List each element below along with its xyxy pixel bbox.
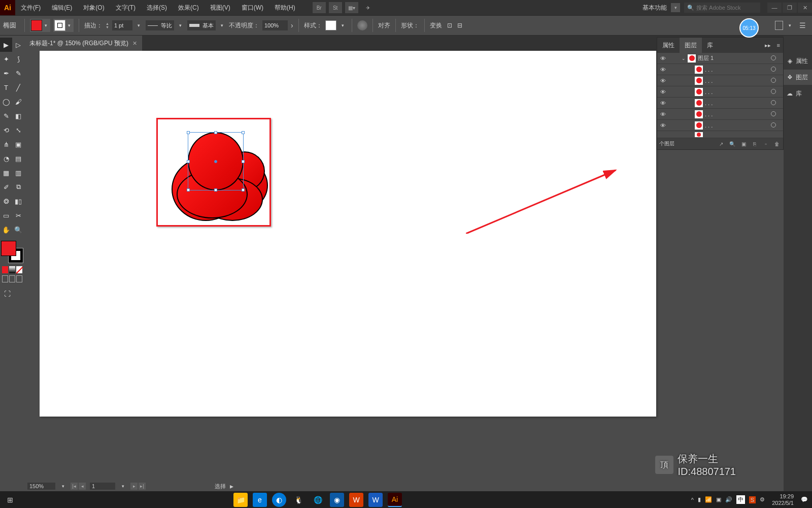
draw-inside-icon[interactable]	[16, 275, 22, 282]
visibility-toggle-icon[interactable]: 👁	[657, 78, 668, 84]
explorer-icon[interactable]: 📁	[233, 493, 248, 507]
workspace-switcher[interactable]: 基本功能	[638, 4, 671, 12]
recolor-icon[interactable]	[357, 20, 367, 30]
tab-library[interactable]: 库	[702, 38, 718, 53]
stroke-weight-input[interactable]: 1 pt	[112, 20, 132, 30]
layer-row-item[interactable]	[657, 131, 783, 138]
browser-icon[interactable]: ◐	[272, 493, 286, 507]
chrome-icon[interactable]: 🌐	[311, 493, 325, 507]
next-page-icon[interactable]: ▸	[130, 483, 138, 490]
bridge-icon[interactable]: Br	[313, 2, 326, 13]
symbol-tool[interactable]: ❂	[0, 194, 12, 208]
selection-tool[interactable]: ▶	[0, 38, 12, 52]
ime-indicator[interactable]: 中	[736, 495, 745, 504]
tab-properties[interactable]: 属性	[657, 38, 680, 53]
opacity-input[interactable]: 100%	[262, 20, 288, 30]
eyedropper-tool[interactable]: ✐	[0, 180, 12, 194]
lasso-tool[interactable]: ⟆	[12, 52, 24, 66]
minimize-icon[interactable]: —	[767, 3, 782, 13]
prev-page-icon[interactable]: ◂	[79, 483, 86, 490]
brush-tool[interactable]: 🖌	[12, 94, 24, 109]
blend-tool[interactable]: ⧉	[12, 180, 24, 194]
panel-menu-icon[interactable]: ☰	[799, 21, 806, 29]
rotate-tool[interactable]: ⟲	[0, 123, 12, 137]
stock-icon[interactable]: St	[329, 2, 342, 13]
align-label[interactable]: 对齐	[378, 21, 390, 30]
status-more-icon[interactable]: ▸	[230, 482, 233, 490]
battery-icon[interactable]: ▮	[698, 496, 701, 503]
visibility-toggle-icon[interactable]: 👁	[657, 111, 668, 117]
menu-edit[interactable]: 编辑(E)	[46, 0, 78, 15]
find-layer-icon[interactable]: 🔍	[728, 140, 736, 148]
visibility-toggle-icon[interactable]: 👁	[657, 122, 668, 129]
chevron-down-icon[interactable]: ▾	[136, 23, 143, 28]
first-page-icon[interactable]: |◂	[71, 483, 78, 490]
panel-collapse-icon[interactable]: ▸▸	[762, 42, 774, 49]
panel-menu-icon[interactable]: ≡	[774, 42, 783, 48]
stroke-swatch[interactable]: ▾	[53, 19, 74, 32]
isolate-icon[interactable]: ⊡	[447, 22, 452, 29]
zoom-input[interactable]: 150%	[27, 483, 55, 490]
gpu-icon[interactable]: ✈	[361, 2, 375, 13]
layer-row-item[interactable]: 👁. . .	[657, 75, 783, 86]
none-mode-icon[interactable]	[16, 266, 22, 273]
notifications-icon[interactable]: 💬	[801, 496, 808, 503]
slice-tool[interactable]: ✂	[12, 208, 24, 223]
new-sublayer-icon[interactable]: ⎘	[751, 140, 759, 148]
gradient-tool[interactable]: ▥	[12, 166, 24, 180]
layer-row-item[interactable]: 👁. . .	[657, 120, 783, 131]
wifi-icon[interactable]: 📶	[705, 496, 712, 503]
layer-row-parent[interactable]: 👁 ⌄ 图层 1	[657, 53, 783, 64]
word-icon[interactable]: W	[368, 493, 383, 507]
document-tab[interactable]: 未标题-1* @ 150% (RGB/GPU 预览) ✕	[24, 36, 142, 51]
layer-row-item[interactable]: 👁. . .	[657, 98, 783, 109]
layer-row-item[interactable]: 👁. . .	[657, 86, 783, 98]
visibility-toggle-icon[interactable]: 👁	[657, 89, 668, 95]
layer-row-item[interactable]: 👁. . .	[657, 109, 783, 120]
color-mode-icon[interactable]	[2, 266, 8, 273]
stroke-down-icon[interactable]: ▼	[106, 25, 109, 29]
zoom-tool[interactable]: 🔍	[12, 223, 24, 237]
direct-select-tool[interactable]: ▷	[12, 38, 24, 52]
hand-tool[interactable]: ✋	[0, 223, 12, 237]
pen-tool[interactable]: ✒	[0, 66, 12, 80]
tray-expand-icon[interactable]: ^	[691, 497, 694, 503]
brush-profile-drop[interactable]: 基本	[187, 20, 216, 30]
visibility-toggle-icon[interactable]: 👁	[657, 67, 668, 73]
start-button[interactable]: ⊞	[0, 496, 20, 504]
menu-effect[interactable]: 效果(C)	[173, 0, 205, 15]
stroke-up-icon[interactable]: ▲	[106, 22, 109, 25]
artboard-nav-input[interactable]: 1	[90, 483, 115, 490]
menu-help[interactable]: 帮助(H)	[269, 0, 301, 15]
sogou-icon[interactable]: S	[749, 496, 756, 503]
draw-behind-icon[interactable]	[9, 275, 15, 282]
fill-stroke-swatch[interactable]	[1, 241, 23, 263]
settings-icon[interactable]: ⚙	[760, 496, 765, 503]
workspace-drop-icon[interactable]: ▾	[671, 3, 680, 12]
curvature-tool[interactable]: ✎	[12, 66, 24, 80]
graph-tool[interactable]: ▮▯	[12, 194, 24, 208]
draw-normal-icon[interactable]	[2, 275, 8, 282]
visibility-toggle-icon[interactable]: 👁	[657, 55, 668, 61]
gradient-mode-icon[interactable]	[9, 266, 15, 273]
magic-wand-tool[interactable]: ✦	[0, 52, 12, 66]
mesh-tool[interactable]: ▦	[0, 166, 12, 180]
shape-builder-tool[interactable]: ◔	[0, 151, 12, 166]
shape-label[interactable]: 形状：	[401, 21, 419, 30]
last-page-icon[interactable]: ▸|	[139, 483, 146, 490]
perspective-tool[interactable]: ▤	[12, 151, 24, 166]
screen-mode-icon[interactable]: ⛶	[1, 287, 13, 301]
menu-file[interactable]: 文件(F)	[15, 0, 46, 15]
wps-icon[interactable]: W	[349, 493, 363, 507]
free-transform-tool[interactable]: ▣	[12, 137, 24, 151]
shaper-tool[interactable]: ✎	[0, 109, 12, 123]
eraser-tool[interactable]: ◧	[12, 109, 24, 123]
clip-mask-icon[interactable]: ▣	[739, 140, 748, 148]
artboard-tool[interactable]: ▭	[0, 208, 12, 223]
menu-type[interactable]: 文字(T)	[110, 0, 141, 15]
fill-swatch[interactable]: ▾	[30, 19, 50, 32]
drive-icon[interactable]: ▣	[716, 496, 721, 503]
scale-tool[interactable]: ⤡	[12, 123, 24, 137]
target-icon[interactable]	[769, 55, 778, 61]
menu-view[interactable]: 视图(V)	[205, 0, 236, 15]
